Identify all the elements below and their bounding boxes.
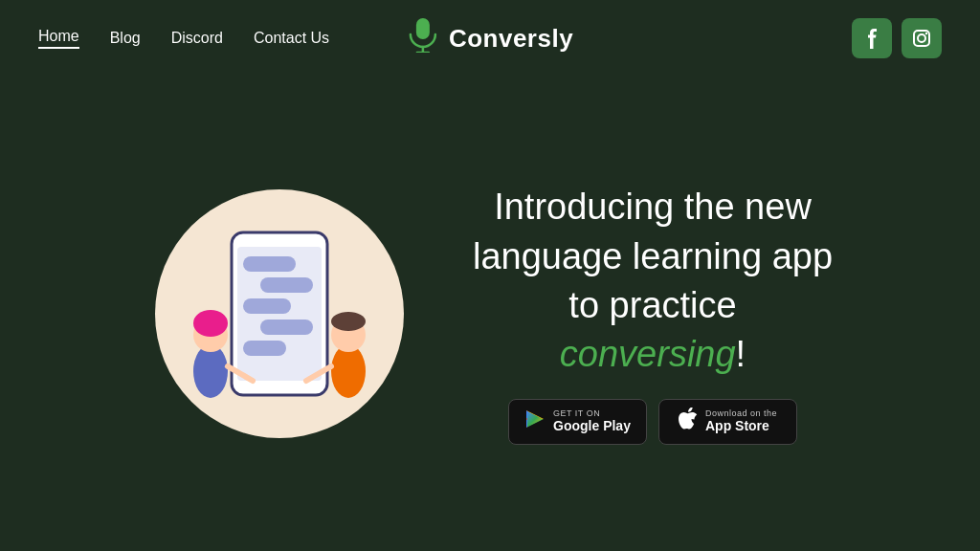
google-play-icon bbox=[524, 408, 546, 434]
nav-contact[interactable]: Contact Us bbox=[254, 30, 329, 47]
logo: Conversly bbox=[407, 16, 573, 60]
illustration bbox=[145, 180, 413, 448]
instagram-button[interactable] bbox=[902, 18, 942, 58]
svg-point-20 bbox=[331, 312, 366, 331]
svg-point-5 bbox=[925, 33, 927, 34]
google-play-main: Google Play bbox=[553, 418, 631, 434]
nav-home[interactable]: Home bbox=[38, 28, 79, 49]
svg-point-4 bbox=[918, 34, 925, 42]
google-play-button[interactable]: GET IT ON Google Play bbox=[508, 399, 647, 445]
nav-discord[interactable]: Discord bbox=[171, 30, 223, 47]
svg-rect-10 bbox=[260, 277, 313, 293]
header: Home Blog Discord Contact Us Conversly bbox=[0, 0, 980, 77]
facebook-button[interactable] bbox=[852, 18, 892, 58]
svg-rect-12 bbox=[260, 320, 313, 335]
svg-point-14 bbox=[193, 344, 228, 398]
svg-rect-11 bbox=[243, 298, 291, 314]
hero-title-text: Introducing the new language learning ap… bbox=[473, 187, 833, 325]
app-store-button[interactable]: Download on the App Store bbox=[658, 399, 797, 445]
hero-exclamation: ! bbox=[736, 334, 746, 374]
hero-text-block: Introducing the new language learning ap… bbox=[471, 183, 835, 444]
microphone-icon bbox=[407, 16, 439, 60]
store-buttons: GET IT ON Google Play Download on the Ap… bbox=[471, 399, 835, 445]
svg-point-16 bbox=[193, 310, 228, 337]
nav-blog[interactable]: Blog bbox=[110, 30, 141, 47]
social-icons bbox=[852, 18, 942, 58]
hero-title: Introducing the new language learning ap… bbox=[471, 183, 835, 379]
nav: Home Blog Discord Contact Us bbox=[38, 28, 329, 49]
svg-rect-13 bbox=[243, 341, 286, 356]
logo-text: Conversly bbox=[449, 24, 573, 54]
app-store-main: App Store bbox=[705, 418, 777, 434]
app-store-text: Download on the App Store bbox=[705, 408, 777, 434]
app-store-sub: Download on the bbox=[705, 408, 777, 418]
svg-marker-28 bbox=[527, 411, 543, 427]
svg-point-18 bbox=[331, 344, 366, 398]
google-play-sub: GET IT ON bbox=[553, 408, 631, 418]
apple-icon bbox=[679, 408, 698, 436]
google-play-text: GET IT ON Google Play bbox=[553, 408, 631, 434]
main-content: Introducing the new language learning ap… bbox=[0, 77, 980, 551]
svg-rect-9 bbox=[243, 256, 296, 272]
svg-rect-0 bbox=[416, 18, 430, 39]
hero-highlight: conversing bbox=[560, 334, 736, 374]
